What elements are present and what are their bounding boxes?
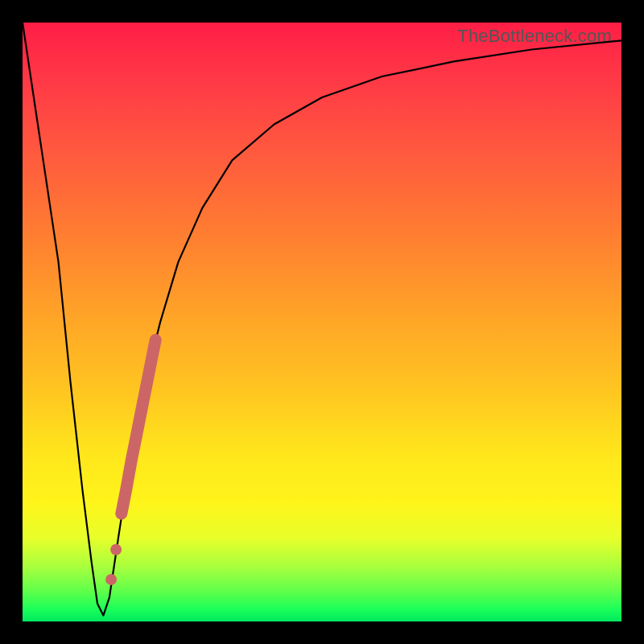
highlight-dot: [105, 574, 117, 585]
curve-layer: [23, 23, 621, 621]
highlight-segment: [122, 340, 155, 514]
chart-frame: TheBottleneck.com: [0, 0, 644, 644]
bottleneck-curve: [23, 23, 621, 616]
highlight-dot: [110, 544, 122, 555]
plot-area: TheBottleneck.com: [23, 23, 621, 621]
